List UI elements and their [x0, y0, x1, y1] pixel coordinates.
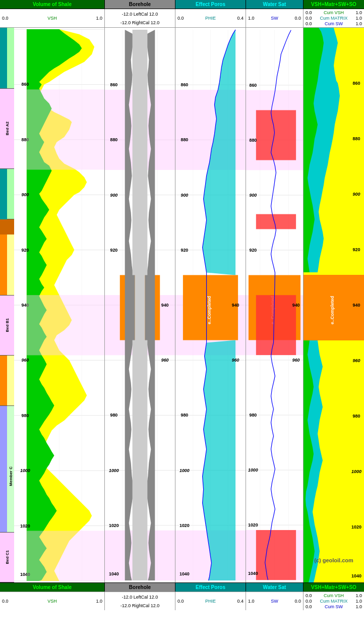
svg-text:1020: 1020: [109, 523, 119, 528]
water-scale-top: 1.0 SW 0.0: [246, 9, 304, 27]
svg-text:860: 860: [180, 82, 188, 87]
vsh-b-r1-label: Cum VSH: [324, 593, 344, 598]
vsh-footer-label: VSH+Matr+SW+SO: [311, 584, 356, 590]
watersat-header: Water Sat: [246, 0, 304, 9]
vsh-header-label: VSH+Matr+SW+SO: [311, 2, 356, 7]
eff-b-scale-right: 0.4: [237, 599, 244, 604]
vsh-track: e..Completed 860 880 900 920 940 960 980…: [304, 28, 364, 582]
vsh-scale-r1-l: 0.0: [306, 10, 312, 15]
water-scale-left: 1.0: [248, 16, 255, 21]
svg-text:860: 860: [249, 83, 257, 88]
shale-svg: 860 880 900 920 940 960 980 1000 1020 10…: [14, 28, 104, 582]
top-scale-row: 0.0 VSH 1.0 -12.0 LeftCal 12.0 -12.0 Rig…: [0, 9, 364, 28]
vsh-scale-r2-r: 1.0: [355, 16, 362, 21]
effporos-header-label: Effect Poros: [196, 2, 225, 7]
svg-text:1000: 1000: [109, 468, 119, 473]
svg-text:e..Completed: e..Completed: [207, 296, 212, 324]
svg-rect-28: [27, 531, 104, 581]
svg-text:1040: 1040: [248, 571, 258, 576]
svg-rect-106: [256, 295, 296, 355]
svg-text:920: 920: [352, 247, 360, 252]
eff-scale-mid: PHIE: [205, 16, 216, 21]
effporos-svg: e..Completed 860 880 900 920 940 960 980…: [175, 28, 246, 582]
member-c-label: Member C: [9, 466, 13, 486]
svg-text:1000: 1000: [248, 467, 258, 473]
svg-text:880: 880: [180, 137, 188, 142]
bed-a2-label: Bed A2: [5, 122, 10, 135]
vsh-footer: VSH+Matr+SW+SO: [304, 583, 364, 592]
watersat-header-label: Water Sat: [263, 2, 286, 7]
watersat-footer-label: Water Sat: [263, 584, 286, 590]
svg-text:880: 880: [110, 137, 117, 142]
watersat-svg: e..Completed 860 880 900 920 940 960: [246, 28, 303, 582]
shale-footer: Volume of Shale: [0, 583, 105, 592]
shale-b-scale-right: 1.0: [96, 599, 102, 604]
vsh-scale-r3-label: Cum SW: [325, 21, 343, 26]
svg-text:980: 980: [249, 413, 257, 418]
vsh-scale-r3-l: 0.0: [306, 21, 312, 26]
svg-text:880: 880: [352, 136, 360, 141]
effporos-footer: Effect Poros: [175, 583, 246, 592]
vsh-scale-top: 0.0 Cum VSH 1.0 0.0 Cum MATRIX 1.0 0.0 C…: [304, 9, 364, 27]
formation-sidebar: Member A Bed A2 Target Formation Member …: [0, 28, 14, 582]
bed-c1-block: Bed C1: [0, 532, 14, 582]
effporos-header: Effect Poros: [175, 0, 246, 9]
shale-track: 860 880 900 920 940 960 980 1000 1020 10…: [14, 28, 105, 582]
bore-scale-line2: -12.0 RightCal 12.0: [120, 20, 160, 25]
water-bottom-scale: 1.0 SW 0.0: [246, 592, 304, 610]
svg-text:860: 860: [110, 82, 117, 87]
borehole-track: e..Completed 860 880 900 920 940 960 980…: [105, 28, 175, 582]
footer-row: Volume of Shale Borehole Effect Poros Wa…: [0, 582, 364, 592]
bore-bottom-scale: -12.0 LeftCal 12.0 -12.0 RightCal 12.0: [105, 592, 175, 610]
svg-text:980: 980: [110, 413, 117, 418]
svg-text:1040: 1040: [109, 571, 119, 576]
watersat-track: e..Completed 860 880 900 920 940 960: [246, 28, 304, 582]
svg-text:860: 860: [352, 81, 360, 86]
svg-text:1040: 1040: [179, 571, 190, 576]
svg-text:920: 920: [249, 248, 257, 253]
svg-text:960: 960: [232, 358, 239, 363]
svg-text:1020: 1020: [20, 523, 30, 529]
vsh-svg: e..Completed 860 880 900 920 940 960 980…: [304, 28, 364, 582]
svg-text:940: 940: [161, 303, 169, 308]
svg-text:920: 920: [110, 248, 117, 253]
svg-text:1000: 1000: [179, 468, 190, 473]
svg-text:980: 980: [21, 413, 29, 418]
water-b-scale-left: 1.0: [248, 599, 255, 604]
vsh-b-r2-label: Cum MATRIX: [320, 599, 348, 604]
svg-text:960: 960: [292, 358, 300, 363]
water-b-scale-mid: SW: [271, 599, 278, 604]
svg-text:900: 900: [352, 192, 360, 197]
borehole-header: Borehole: [105, 0, 175, 9]
copyright-text: (c) geoloil.com: [314, 557, 353, 563]
brown-block: [0, 219, 14, 235]
svg-text:920: 920: [21, 248, 29, 253]
svg-text:940: 940: [292, 303, 300, 308]
water-scale-mid: SW: [271, 16, 278, 21]
shale-b-scale-mid: VSH: [47, 599, 57, 604]
vsh-scale-r3-r: 1.0: [355, 21, 362, 26]
shale-bottom-scale: 0.0 VSH 1.0: [0, 592, 105, 610]
vsh-b-r2-r: 1.0: [355, 599, 362, 604]
svg-rect-105: [256, 214, 296, 229]
svg-text:980: 980: [180, 413, 188, 418]
svg-text:940: 940: [352, 303, 360, 308]
vsh-scale-r2-label: Cum MATRIX: [320, 16, 348, 21]
svg-text:1020: 1020: [351, 524, 361, 530]
water-b-scale-right: 0.0: [294, 599, 301, 604]
svg-text:940: 940: [232, 303, 239, 308]
svg-text:880: 880: [249, 138, 257, 143]
vsh-scale-r1-r: 1.0: [355, 10, 362, 15]
vsh-header: VSH+Matr+SW+SO: [304, 0, 364, 9]
svg-text:1000: 1000: [20, 468, 30, 473]
bore-scale-top: -12.0 LeftCal 12.0 -12.0 RightCal 12.0: [105, 9, 175, 27]
vsh-bottom-scale: 0.0 Cum VSH 1.0 0.0 Cum MATRIX 1.0 0.0 C…: [304, 592, 364, 610]
svg-text:960: 960: [161, 358, 169, 363]
vsh-b-r1-r: 1.0: [355, 593, 362, 598]
effporos-track: e..Completed 860 880 900 920 940 960 980…: [175, 28, 246, 582]
svg-rect-107: [256, 530, 296, 580]
bore-b-scale-line1: -12.0 LeftCal 12.0: [122, 595, 158, 600]
vsh-b-r3-label: Cum SW: [325, 604, 343, 609]
shale-header: Volume of Shale: [0, 0, 105, 9]
eff-scale-left: 0.0: [177, 16, 184, 21]
